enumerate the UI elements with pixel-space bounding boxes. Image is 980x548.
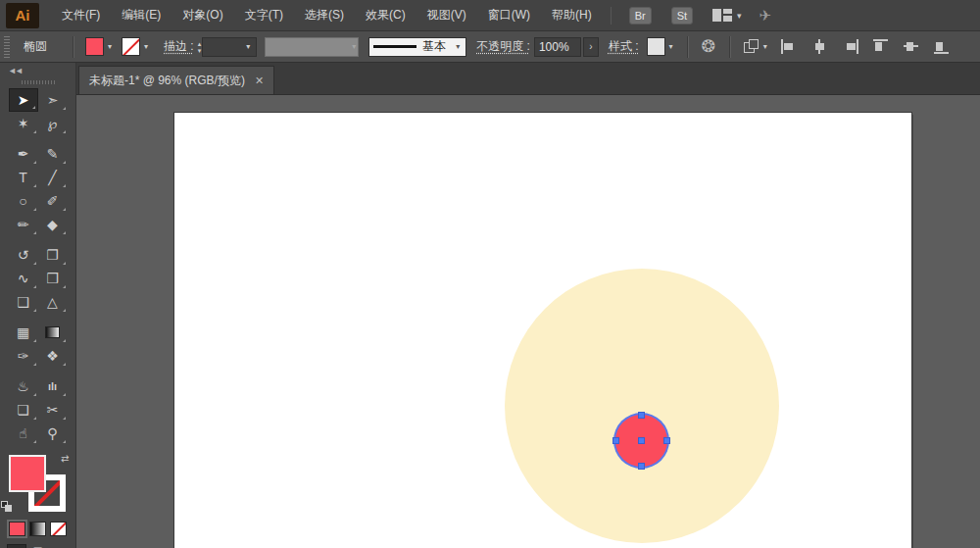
- rotate-tool[interactable]: ↺: [9, 243, 38, 267]
- paintbrush-tool[interactable]: ✐: [38, 189, 68, 213]
- close-icon[interactable]: ✕: [255, 75, 264, 87]
- chevron-down-icon[interactable]: ▾: [761, 40, 769, 53]
- document-tab[interactable]: 未标题-1* @ 96% (RGB/预览) ✕: [78, 66, 274, 94]
- opacity-menu-button[interactable]: ›: [583, 37, 599, 57]
- selection-handle-left[interactable]: [612, 437, 619, 444]
- column-graph-tool[interactable]: ılı: [38, 374, 68, 398]
- menu-item-0[interactable]: 文件(F): [51, 1, 111, 29]
- swap-fill-stroke-icon[interactable]: ⇄: [61, 453, 69, 464]
- column-graph-icon: ılı: [48, 380, 57, 392]
- symbol-sprayer-tool[interactable]: ♨: [9, 374, 38, 398]
- selection-handle-right[interactable]: [663, 437, 670, 444]
- none-chip[interactable]: [50, 522, 67, 536]
- app-logo[interactable]: Ai: [6, 3, 39, 28]
- menu-item-3[interactable]: 文字(T): [234, 1, 294, 29]
- workspace: ◄◄ ➤➣✶℘✒✎T╱○✐✏◆↺❐∿❒❑△▦✑❖♨ılı❏✂☝⚲ ⇄ ❏❐◉ 未…: [0, 63, 980, 548]
- perspective-grid-tool[interactable]: △: [38, 290, 68, 314]
- artboard[interactable]: [174, 113, 911, 548]
- menu-item-4[interactable]: 选择(S): [294, 1, 355, 29]
- fill-color-dropdown[interactable]: ▾: [85, 37, 114, 56]
- chevron-down-icon[interactable]: ▾: [667, 40, 675, 53]
- shape-builder-tool[interactable]: ❑: [9, 290, 38, 314]
- eraser-tool[interactable]: ◆: [38, 213, 68, 236]
- menu-item-8[interactable]: 帮助(H): [541, 1, 603, 29]
- opacity-panel-link[interactable]: 不透明度 :: [476, 38, 530, 55]
- stock-button[interactable]: St: [671, 7, 693, 25]
- stroke-width-combo[interactable]: ▾: [202, 37, 257, 57]
- color-chip[interactable]: [9, 522, 25, 536]
- fill-color-swatch[interactable]: [85, 37, 104, 56]
- chevron-down-icon[interactable]: ▾: [106, 40, 114, 53]
- align-horizontal-center-icon[interactable]: [811, 39, 828, 54]
- graphic-style-dropdown[interactable]: ▾: [647, 37, 675, 56]
- color-mode-chips: [9, 522, 67, 536]
- line-segment-tool[interactable]: ╱: [38, 166, 68, 189]
- stepper-down-icon[interactable]: ▾: [198, 47, 202, 54]
- lasso-tool[interactable]: ℘: [38, 112, 68, 135]
- slice-tool[interactable]: ✂: [38, 398, 68, 422]
- scale-tool[interactable]: ❐: [38, 243, 68, 267]
- eyedropper-tool[interactable]: ✑: [9, 344, 38, 368]
- curvature-tool[interactable]: ✎: [38, 142, 68, 166]
- stroke-color-dropdown[interactable]: ▾: [122, 37, 150, 56]
- cs-live-icon[interactable]: ✈: [760, 7, 772, 25]
- opacity-input[interactable]: [534, 37, 581, 57]
- menu-item-7[interactable]: 窗口(W): [477, 1, 541, 29]
- stroke-width-stepper[interactable]: ▴ ▾: [198, 40, 202, 54]
- brush-definition-dropdown[interactable]: 基本 ▾: [368, 37, 466, 57]
- align-vertical-center-icon[interactable]: [903, 39, 919, 54]
- pencil-tool[interactable]: ✏: [9, 213, 38, 236]
- collapse-panel-button[interactable]: ◄◄: [0, 63, 29, 78]
- gradient-tool[interactable]: [38, 321, 68, 344]
- magic-wand-tool[interactable]: ✶: [9, 112, 38, 135]
- menu-item-2[interactable]: 对象(O): [172, 1, 233, 29]
- align-horizontal-right-icon[interactable]: [842, 39, 858, 54]
- default-fill-stroke-icon[interactable]: [1, 501, 14, 514]
- gradient-chip[interactable]: [29, 522, 46, 536]
- slice-icon: ✂: [47, 402, 59, 418]
- draw-normal-mode[interactable]: ❏: [7, 544, 26, 548]
- draw-inside-mode[interactable]: ◉: [50, 544, 70, 548]
- chevron-down-icon[interactable]: ▾: [142, 40, 150, 53]
- chevron-down-icon[interactable]: ▾: [454, 40, 462, 53]
- stepper-up-icon[interactable]: ▴: [198, 40, 202, 47]
- blend-tool[interactable]: ❖: [38, 344, 68, 368]
- free-transform-tool[interactable]: ❒: [38, 267, 68, 290]
- recolor-artwork-icon[interactable]: ❂: [702, 36, 715, 57]
- width-tool[interactable]: ∿: [9, 267, 38, 290]
- draw-behind-mode[interactable]: ❐: [28, 544, 48, 548]
- hand-tool[interactable]: ☝: [9, 422, 38, 445]
- select-similar-icon[interactable]: [744, 39, 760, 54]
- chevron-down-icon[interactable]: ▾: [244, 40, 252, 53]
- outer-circle-shape[interactable]: [505, 269, 779, 543]
- canvas[interactable]: [76, 95, 980, 548]
- graphic-style-swatch[interactable]: [647, 37, 665, 56]
- shape-builder-icon: ❑: [17, 294, 29, 310]
- artboard-tool[interactable]: ❏: [9, 398, 38, 422]
- selection-handle-bottom[interactable]: [638, 463, 645, 470]
- align-horizontal-left-icon[interactable]: [781, 39, 798, 54]
- mesh-tool[interactable]: ▦: [9, 321, 38, 344]
- fill-proxy[interactable]: [9, 455, 46, 492]
- pen-tool[interactable]: ✒: [9, 142, 38, 166]
- menu-item-6[interactable]: 视图(V): [416, 1, 477, 29]
- menu-item-5[interactable]: 效果(C): [355, 1, 416, 29]
- zoom-tool[interactable]: ⚲: [38, 422, 68, 445]
- align-vertical-top-icon[interactable]: [872, 39, 889, 54]
- bridge-button[interactable]: Br: [629, 7, 652, 25]
- panel-grip[interactable]: [22, 80, 55, 84]
- panel-grip[interactable]: [4, 36, 10, 58]
- type-tool[interactable]: T: [9, 166, 38, 189]
- stroke-panel-link[interactable]: 描边 :: [164, 38, 194, 55]
- divider: [729, 36, 730, 58]
- direct-selection-tool[interactable]: ➣: [38, 88, 68, 112]
- ellipse-tool[interactable]: ○: [9, 189, 38, 213]
- selection-tool[interactable]: ➤: [9, 88, 38, 112]
- workspace-switcher[interactable]: ▾: [712, 9, 742, 22]
- pen-icon: ✒: [18, 146, 29, 162]
- selection-handle-top[interactable]: [638, 412, 645, 419]
- selection-center-point[interactable]: [638, 437, 645, 444]
- align-vertical-bottom-icon[interactable]: [933, 39, 950, 54]
- menu-item-1[interactable]: 编辑(E): [111, 1, 172, 29]
- stroke-none-swatch[interactable]: [122, 37, 140, 56]
